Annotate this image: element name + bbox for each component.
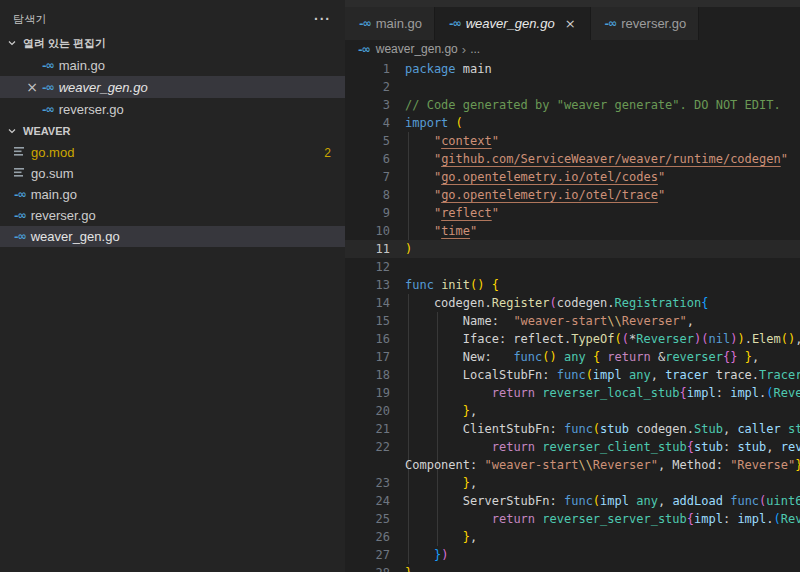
tree-item[interactable]: go.sum: [0, 163, 345, 184]
code-line[interactable]: 15 Name: "weaver-start\\Reverser",: [345, 312, 800, 330]
breadcrumb-file[interactable]: weaver_gen.go: [376, 42, 458, 56]
code-token: init: [441, 278, 470, 292]
code-line[interactable]: 18 LocalStubFn: func(impl any, tracer tr…: [345, 366, 800, 384]
list-lines-icon: [14, 145, 25, 160]
code-token: ,: [766, 440, 780, 454]
code-text: "go.opentelemetry.io/otel/trace": [405, 186, 665, 204]
tree-item[interactable]: -∞reverser.go: [0, 205, 345, 226]
line-number: 14: [345, 294, 390, 312]
code-token: ": [658, 170, 665, 184]
code-text: "go.opentelemetry.io/otel/codes": [405, 168, 665, 186]
list-lines-icon: [14, 166, 25, 181]
code-token: {: [687, 512, 694, 526]
open-editor-label: main.go: [59, 58, 105, 73]
open-editor-item[interactable]: ×-∞weaver_gen.go: [0, 76, 345, 98]
code-line[interactable]: 25 return reverser_server_stub{impl: imp…: [345, 510, 800, 528]
code-text: "reflect": [405, 204, 499, 222]
code-line[interactable]: 19 return reverser_local_stub{impl: impl…: [345, 384, 800, 402]
code-token: // Code generated by "weaver generate". …: [405, 98, 781, 112]
tab-main.go[interactable]: -∞main.go: [345, 7, 435, 40]
file-tree: go.mod2go.sum-∞main.go-∞reverser.go-∞wea…: [0, 142, 345, 247]
code-token: st: [788, 422, 800, 436]
more-actions-icon[interactable]: ···: [314, 14, 331, 24]
code-token: stub: [737, 440, 766, 454]
tab-bar: -∞main.go-∞weaver_gen.go×-∞reverser.go: [345, 7, 800, 40]
code-line[interactable]: 10 "time": [345, 222, 800, 240]
code-token: codegen.: [629, 422, 694, 436]
code-token: func: [564, 422, 593, 436]
code-token: Reve: [774, 386, 800, 400]
code-line[interactable]: 4import (: [345, 114, 800, 132]
tree-item[interactable]: go.mod2: [0, 142, 345, 163]
code-token: impl: [694, 512, 723, 526]
code-text: "context": [405, 132, 499, 150]
code-line[interactable]: 2: [345, 78, 800, 96]
code-token: ): [737, 332, 744, 346]
code-token: ": [781, 152, 788, 166]
line-number: 3: [345, 96, 390, 114]
code-token: caller: [737, 422, 780, 436]
code-line[interactable]: 5 "context": [345, 132, 800, 150]
code-token: [405, 170, 434, 184]
code-token: ": [658, 188, 665, 202]
tab-weaver_gen.go[interactable]: -∞weaver_gen.go×: [435, 7, 591, 40]
code-token: (: [622, 332, 629, 346]
code-line[interactable]: 21 ClientStubFn: func(stub codegen.Stub,…: [345, 420, 800, 438]
code-line[interactable]: 28}: [345, 564, 800, 572]
code-line[interactable]: 11): [345, 240, 800, 258]
code-text: Component: "weaver-start\\Reverser", Met…: [405, 456, 800, 474]
open-editors-section-header[interactable]: 열려 있는 편집기: [0, 32, 345, 54]
code-line[interactable]: 26 },: [345, 528, 800, 546]
code-line[interactable]: 13func init() {: [345, 276, 800, 294]
code-token: [448, 116, 455, 130]
workspace-section-header[interactable]: WEAVER: [0, 120, 345, 142]
line-number: 2: [345, 78, 390, 96]
code-line[interactable]: 22 return reverser_client_stub{stub: stu…: [345, 438, 800, 456]
code-line[interactable]: 3// Code generated by "weaver generate".…: [345, 96, 800, 114]
code-line[interactable]: 16 Iface: reflect.TypeOf((*Reverser)(nil…: [345, 330, 800, 348]
code-line[interactable]: 8 "go.opentelemetry.io/otel/trace": [345, 186, 800, 204]
code-token: [405, 548, 434, 562]
code-token: Register: [492, 296, 550, 310]
code-token: {: [687, 440, 694, 454]
chevron-down-icon: [4, 35, 20, 51]
code-line[interactable]: 1package main: [345, 60, 800, 78]
tab-reverser.go[interactable]: -∞reverser.go: [591, 7, 700, 40]
line-number: 6: [345, 150, 390, 168]
code-editor[interactable]: 1package main23// Code generated by "wea…: [345, 58, 800, 572]
code-line[interactable]: 6 "github.com/ServiceWeaver/weaver/runti…: [345, 150, 800, 168]
code-token: impl: [687, 386, 716, 400]
breadcrumb-symbol-more[interactable]: ...: [470, 42, 480, 56]
code-line[interactable]: Component: "weaver-start\\Reverser", Met…: [345, 456, 800, 474]
code-line[interactable]: 27 }): [345, 546, 800, 564]
code-token: Reverser: [636, 332, 694, 346]
code-line[interactable]: 9 "reflect": [345, 204, 800, 222]
tree-item[interactable]: -∞weaver_gen.go: [0, 226, 345, 247]
close-tab-icon[interactable]: ×: [565, 16, 578, 31]
open-editor-item[interactable]: -∞reverser.go: [0, 98, 345, 120]
close-editor-icon[interactable]: ×: [26, 79, 40, 95]
code-line[interactable]: 14 codegen.Register(codegen.Registration…: [345, 294, 800, 312]
code-text: },: [405, 528, 477, 546]
code-line[interactable]: 24 ServerStubFn: func(impl any, addLoad …: [345, 492, 800, 510]
code-token: impl: [737, 512, 766, 526]
code-text: }: [405, 564, 412, 572]
code-line[interactable]: 17 New: func() any { return &reverser{} …: [345, 348, 800, 366]
code-token: reverser_client_stub: [542, 440, 687, 454]
code-line[interactable]: 20 },: [345, 402, 800, 420]
tree-item[interactable]: -∞main.go: [0, 184, 345, 205]
code-line[interactable]: 7 "go.opentelemetry.io/otel/codes": [345, 168, 800, 186]
code-token: (: [550, 296, 557, 310]
code-token: addLoad: [672, 494, 723, 508]
code-line[interactable]: 12: [345, 258, 800, 276]
workspace-label: WEAVER: [23, 125, 70, 137]
code-token: time: [441, 224, 470, 238]
code-token: (): [470, 278, 484, 292]
line-number: 21: [345, 420, 390, 438]
code-text: // Code generated by "weaver generate". …: [405, 96, 781, 114]
code-text: ServerStubFn: func(impl any, addLoad fun…: [405, 492, 800, 510]
code-line[interactable]: 23 },: [345, 474, 800, 492]
open-editor-item[interactable]: -∞main.go: [0, 54, 345, 76]
file-name: main.go: [31, 187, 77, 202]
code-token: [557, 350, 564, 364]
